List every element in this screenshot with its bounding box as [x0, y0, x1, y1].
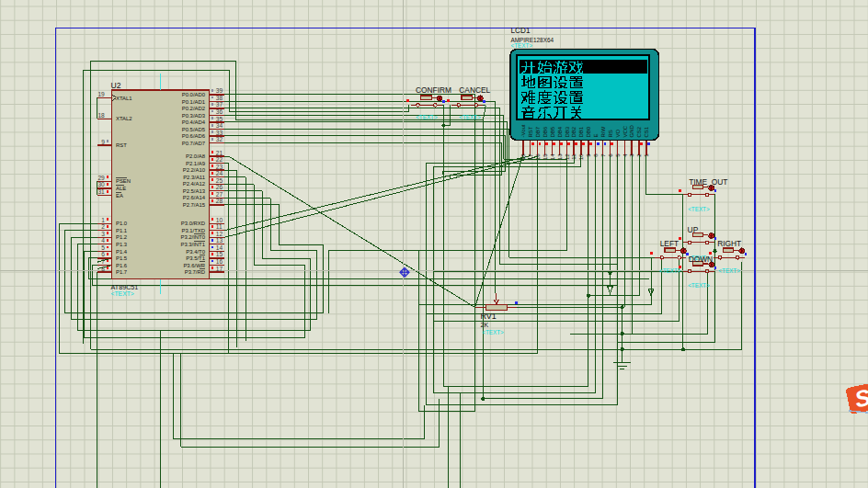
svg-text:P2.4/A12: P2.4/A12 [183, 181, 205, 187]
svg-text:1: 1 [643, 153, 649, 157]
svg-text:31: 31 [97, 188, 105, 195]
svg-text:P0.2/AD2: P0.2/AD2 [182, 106, 205, 111]
svg-text:4: 4 [101, 237, 105, 244]
svg-text:RST: RST [116, 142, 127, 148]
svg-text:RST: RST [528, 126, 533, 137]
svg-text:CONFIRM: CONFIRM [416, 85, 451, 95]
svg-text:DB2: DB2 [571, 126, 577, 137]
svg-text:P3.7/RD: P3.7/RD [185, 269, 205, 275]
svg-text:GND: GND [629, 125, 634, 138]
svg-text:P1.1: P1.1 [116, 228, 127, 233]
svg-text:P0.1/AD1: P0.1/AD1 [182, 99, 205, 105]
svg-text:19: 19 [97, 91, 105, 97]
svg-text:P0.7/AD7: P0.7/AD7 [182, 141, 205, 146]
svg-text:23: 23 [216, 164, 223, 170]
svg-text:21: 21 [216, 150, 223, 156]
svg-text:15: 15 [216, 251, 223, 257]
svg-text:RV1: RV1 [481, 312, 497, 321]
svg-text:4: 4 [622, 153, 628, 157]
svg-text:CS2: CS2 [636, 126, 642, 137]
svg-text:ALE: ALE [116, 186, 126, 191]
svg-text:LEFT: LEFT [660, 239, 679, 248]
svg-text:26: 26 [216, 184, 223, 190]
svg-text:<TEXT>: <TEXT> [688, 206, 710, 212]
svg-text:22: 22 [216, 156, 223, 163]
svg-text:16: 16 [216, 258, 223, 265]
svg-text:P0.0/AD0: P0.0/AD0 [182, 92, 206, 97]
svg-text:UP: UP [688, 225, 699, 234]
svg-text:P1.0: P1.0 [116, 221, 128, 226]
svg-text:<TEXT>: <TEXT> [511, 42, 533, 49]
svg-text:17: 17 [527, 153, 533, 160]
svg-text:P2.5/A13: P2.5/A13 [183, 188, 206, 194]
svg-text:17: 17 [216, 266, 223, 272]
svg-text:12: 12 [216, 231, 223, 237]
svg-text:38: 38 [216, 95, 223, 101]
svg-text:7: 7 [600, 153, 606, 157]
svg-text:P2.7/A15: P2.7/A15 [183, 202, 206, 208]
svg-text:10: 10 [577, 153, 584, 160]
svg-text:P3.3/INT1: P3.3/INT1 [180, 242, 205, 247]
svg-text:P0.3/AD3: P0.3/AD3 [182, 113, 206, 119]
svg-text:P3.6/WR: P3.6/WR [183, 263, 205, 268]
svg-text:15: 15 [542, 153, 548, 160]
svg-text:R/W: R/W [600, 127, 606, 138]
svg-text:9: 9 [101, 139, 105, 145]
svg-text:29: 29 [97, 175, 105, 181]
svg-text:RIGHT: RIGHT [717, 239, 741, 248]
svg-text:P1.2: P1.2 [116, 234, 127, 240]
svg-text:P2.2/A10: P2.2/A10 [183, 167, 206, 173]
svg-text:P1.4: P1.4 [116, 249, 128, 255]
svg-text:<TEXT>: <TEXT> [718, 267, 740, 274]
svg-text:27: 27 [216, 191, 223, 198]
svg-text:DB7: DB7 [535, 126, 541, 137]
svg-text:11: 11 [216, 223, 223, 230]
svg-text:39: 39 [216, 87, 223, 94]
svg-text:28: 28 [216, 198, 223, 204]
svg-text:18: 18 [520, 153, 526, 160]
svg-text:24: 24 [216, 170, 223, 176]
svg-text:36: 36 [216, 108, 223, 115]
svg-text:30: 30 [97, 181, 105, 187]
svg-text:<TEXT>: <TEXT> [688, 282, 710, 289]
svg-text:2: 2 [635, 153, 642, 157]
svg-text:25: 25 [216, 177, 223, 184]
svg-text:<TEXT>: <TEXT> [659, 267, 681, 274]
svg-text:6: 6 [101, 251, 105, 257]
svg-text:LCD1: LCD1 [511, 27, 531, 35]
svg-text:2K: 2K [481, 322, 489, 328]
svg-text:8: 8 [101, 266, 105, 272]
svg-text:P3.2/INT0: P3.2/INT0 [180, 234, 205, 240]
svg-text:P3.1/TXD: P3.1/TXD [181, 228, 205, 233]
svg-text:10: 10 [216, 217, 223, 223]
svg-text:P3.5/T1: P3.5/T1 [186, 255, 205, 261]
svg-text:34: 34 [216, 122, 223, 129]
svg-text:P1.5: P1.5 [116, 255, 128, 261]
svg-text:7: 7 [101, 258, 105, 265]
svg-text:18: 18 [97, 112, 105, 119]
svg-text:3: 3 [101, 231, 105, 237]
svg-text:9: 9 [585, 153, 591, 157]
svg-text:33: 33 [216, 130, 223, 136]
svg-text:2: 2 [101, 223, 105, 230]
svg-text:P1.7: P1.7 [116, 269, 127, 275]
svg-text:RS: RS [608, 130, 613, 137]
svg-text:P2.6/A14: P2.6/A14 [183, 195, 206, 200]
svg-text:VO: VO [615, 129, 621, 137]
svg-text:P2.3/A11: P2.3/A11 [183, 175, 205, 180]
svg-text:DB0: DB0 [586, 126, 591, 137]
svg-text:P1.6: P1.6 [116, 263, 128, 268]
svg-text:13: 13 [216, 237, 223, 244]
svg-text:XTAL2: XTAL2 [116, 116, 132, 121]
svg-text:13: 13 [556, 153, 563, 160]
svg-text:6: 6 [607, 153, 613, 157]
svg-text:P3.4/T0: P3.4/T0 [186, 249, 205, 255]
svg-text:P3.0/RXD: P3.0/RXD [181, 221, 205, 226]
svg-text:32: 32 [216, 136, 223, 142]
svg-text:XTAL1: XTAL1 [116, 96, 132, 101]
svg-text:<TEXT>: <TEXT> [482, 329, 504, 335]
svg-text:1: 1 [101, 217, 105, 223]
svg-text:P2.1/A9: P2.1/A9 [186, 161, 205, 166]
svg-text:DB3: DB3 [565, 126, 570, 137]
svg-text:37: 37 [216, 101, 223, 108]
